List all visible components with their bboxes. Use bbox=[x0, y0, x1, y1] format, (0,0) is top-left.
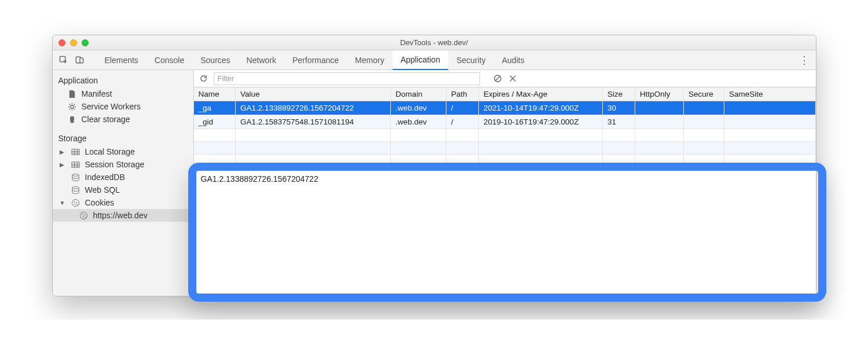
tab-memory[interactable]: Memory bbox=[347, 50, 393, 70]
col-path[interactable]: Path bbox=[446, 87, 479, 101]
svg-point-9 bbox=[74, 201, 75, 202]
sidebar-item-websql[interactable]: Web SQL bbox=[53, 184, 193, 196]
titlebar: DevTools - web.dev/ bbox=[53, 35, 816, 50]
svg-point-16 bbox=[83, 216, 84, 217]
svg-point-6 bbox=[72, 174, 79, 176]
tab-elements[interactable]: Elements bbox=[97, 50, 147, 70]
svg-point-11 bbox=[75, 203, 76, 204]
sidebar-item-label: IndexedDB bbox=[85, 173, 125, 182]
device-toggle-icon[interactable] bbox=[75, 55, 85, 65]
sidebar-item-local-storage[interactable]: ▶ Local Storage bbox=[53, 145, 193, 158]
sidebar-item-clear-storage[interactable]: Clear storage bbox=[53, 113, 193, 126]
grid-icon bbox=[71, 147, 80, 156]
table-row[interactable] bbox=[194, 129, 816, 142]
tab-console[interactable]: Console bbox=[147, 50, 192, 70]
block-icon[interactable] bbox=[493, 74, 503, 84]
col-samesite[interactable]: SameSite bbox=[724, 87, 816, 101]
svg-point-14 bbox=[82, 214, 83, 215]
sidebar-item-cookie-origin[interactable]: https://web.dev bbox=[53, 209, 193, 222]
svg-point-15 bbox=[84, 214, 85, 215]
main-panel: Name Value Domain Path Expires / Max-Age… bbox=[194, 70, 816, 296]
svg-point-17 bbox=[85, 217, 86, 218]
application-sidebar: Application Manifest Service Workers Cle… bbox=[53, 70, 194, 296]
col-size[interactable]: Size bbox=[603, 87, 635, 101]
svg-rect-2 bbox=[80, 58, 83, 63]
col-name[interactable]: Name bbox=[194, 87, 236, 101]
sidebar-item-label: Cookies bbox=[85, 198, 115, 207]
devtools-toolbar: Elements Console Sources Network Perform… bbox=[53, 50, 816, 70]
gear-icon bbox=[68, 102, 77, 111]
table-row[interactable] bbox=[194, 142, 816, 155]
sidebar-item-label: Local Storage bbox=[85, 147, 135, 156]
grid-icon bbox=[71, 160, 80, 169]
sidebar-item-label: Service Workers bbox=[82, 102, 141, 111]
svg-rect-4 bbox=[72, 149, 79, 154]
cookies-table: Name Value Domain Path Expires / Max-Age… bbox=[194, 87, 816, 168]
panel-tabs: Elements Console Sources Network Perform… bbox=[97, 50, 799, 70]
cookie-toolbar bbox=[194, 70, 816, 87]
filter-input[interactable] bbox=[214, 72, 480, 85]
svg-point-3 bbox=[71, 105, 74, 108]
table-row[interactable]: _ga GA1.2.1338892726.1567204722 .web.dev… bbox=[194, 101, 816, 115]
cookie-value-preview: GA1.2.1338892726.1567204722 bbox=[194, 168, 816, 296]
sidebar-item-service-workers[interactable]: Service Workers bbox=[53, 100, 193, 113]
col-secure[interactable]: Secure bbox=[684, 87, 724, 101]
tab-audits[interactable]: Audits bbox=[494, 50, 533, 70]
trash-icon bbox=[68, 115, 77, 124]
database-icon bbox=[71, 185, 80, 195]
col-value[interactable]: Value bbox=[236, 87, 391, 101]
tab-network[interactable]: Network bbox=[239, 50, 284, 70]
devtools-window: DevTools - web.dev/ Elements Console Sou… bbox=[52, 35, 816, 296]
svg-point-7 bbox=[72, 186, 79, 189]
tab-security[interactable]: Security bbox=[448, 50, 494, 70]
database-icon bbox=[71, 173, 80, 182]
sidebar-item-session-storage[interactable]: ▶ Session Storage bbox=[53, 158, 193, 171]
sidebar-section-storage: Storage bbox=[53, 131, 193, 145]
svg-point-10 bbox=[76, 201, 77, 203]
cookie-icon bbox=[71, 198, 80, 207]
window-title: DevTools - web.dev/ bbox=[53, 38, 816, 47]
sidebar-item-label: Clear storage bbox=[82, 115, 130, 124]
table-row[interactable]: _gid GA1.2.1583757548.1571081194 .web.de… bbox=[194, 115, 816, 129]
sidebar-item-label: Session Storage bbox=[85, 160, 145, 169]
tab-performance[interactable]: Performance bbox=[284, 50, 347, 70]
table-row[interactable] bbox=[194, 155, 816, 167]
svg-point-8 bbox=[72, 199, 79, 206]
clear-icon[interactable] bbox=[508, 74, 518, 84]
sidebar-item-manifest[interactable]: Manifest bbox=[53, 87, 193, 100]
col-domain[interactable]: Domain bbox=[391, 87, 446, 101]
chevron-down-icon: ▼ bbox=[60, 200, 65, 206]
table-header-row: Name Value Domain Path Expires / Max-Age… bbox=[194, 87, 816, 101]
sidebar-item-label: Web SQL bbox=[85, 185, 120, 195]
col-httponly[interactable]: HttpOnly bbox=[635, 87, 684, 101]
tab-application[interactable]: Application bbox=[393, 50, 449, 70]
cookie-icon bbox=[79, 211, 89, 220]
more-menu-icon[interactable]: ⋮ bbox=[799, 54, 810, 67]
sidebar-section-application: Application bbox=[53, 74, 193, 87]
inspect-icon[interactable] bbox=[58, 55, 69, 65]
svg-rect-5 bbox=[72, 162, 79, 167]
chevron-right-icon: ▶ bbox=[60, 162, 65, 168]
sidebar-item-indexeddb[interactable]: IndexedDB bbox=[53, 171, 193, 184]
tab-sources[interactable]: Sources bbox=[192, 50, 238, 70]
chevron-right-icon: ▶ bbox=[60, 149, 65, 155]
col-expires[interactable]: Expires / Max-Age bbox=[479, 87, 603, 101]
refresh-icon[interactable] bbox=[199, 74, 209, 84]
file-icon bbox=[68, 89, 77, 98]
sidebar-item-label: Manifest bbox=[82, 89, 112, 98]
sidebar-item-label: https://web.dev bbox=[93, 211, 148, 220]
sidebar-item-cookies[interactable]: ▼ Cookies bbox=[53, 196, 193, 209]
svg-point-13 bbox=[80, 212, 87, 219]
svg-point-12 bbox=[76, 204, 78, 205]
